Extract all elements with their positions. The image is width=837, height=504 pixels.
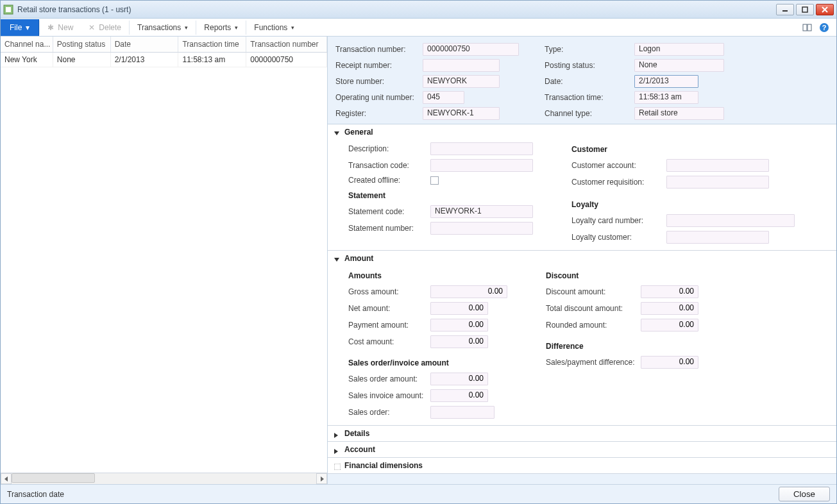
transaction-time-field[interactable]: 11:58:13 am <box>634 91 698 104</box>
section-header-amount[interactable]: Amount <box>328 251 836 266</box>
detail-header: Transaction number:0000000750 Receipt nu… <box>328 37 836 124</box>
col-header-channel[interactable]: Channel na... <box>1 37 53 52</box>
customer-account-field[interactable] <box>666 159 769 172</box>
store-number-field[interactable]: NEWYORK <box>423 75 500 88</box>
amounts-heading: Amounts <box>348 271 507 280</box>
total-discount-field[interactable]: 0.00 <box>641 302 698 315</box>
section-header-general[interactable]: General <box>328 124 836 140</box>
gross-field[interactable]: 0.00 <box>430 285 507 298</box>
reports-menu[interactable]: Reports▾ <box>196 19 246 36</box>
svg-marker-11 <box>321 476 324 482</box>
reports-label: Reports <box>204 23 231 32</box>
cost-field[interactable]: 0.00 <box>430 335 488 348</box>
customer-requisition-label: Customer requisition: <box>571 178 661 187</box>
sales-order-amount-label: Sales order amount: <box>348 374 425 383</box>
horizontal-scrollbar[interactable] <box>1 473 327 484</box>
close-window-button[interactable] <box>816 4 834 15</box>
grid-pane: Channel na... Posting status Date Transa… <box>1 37 328 484</box>
svg-text:?: ? <box>822 24 827 31</box>
statement-code-field[interactable]: NEWYORK-1 <box>430 205 533 218</box>
scroll-right-button[interactable] <box>316 473 327 484</box>
scroll-left-button[interactable] <box>1 473 12 484</box>
net-field[interactable]: 0.00 <box>430 302 488 315</box>
app-window: Retail store transactions (1 - usrt) Fil… <box>0 0 837 504</box>
transaction-number-field[interactable]: 0000000750 <box>423 43 519 56</box>
rounded-amount-label: Rounded amount: <box>546 321 636 330</box>
functions-menu[interactable]: Functions▾ <box>246 19 302 36</box>
svg-rect-7 <box>807 24 811 31</box>
posting-status-label: Posting status: <box>545 61 629 70</box>
sales-order-amount-field[interactable]: 0.00 <box>430 373 488 385</box>
date-label: Date: <box>545 77 629 86</box>
difference-heading: Difference <box>546 342 698 351</box>
minimize-button[interactable] <box>776 4 794 15</box>
section-header-account[interactable]: Account <box>328 442 836 457</box>
transaction-code-field[interactable] <box>430 159 533 172</box>
scroll-track[interactable] <box>12 473 316 484</box>
sales-payment-diff-field[interactable]: 0.00 <box>641 356 698 369</box>
delete-button[interactable]: ✕ Delete <box>81 19 129 36</box>
detail-pane: Transaction number:0000000750 Receipt nu… <box>328 37 836 484</box>
functions-label: Functions <box>254 23 287 32</box>
customer-requisition-field[interactable] <box>666 176 769 189</box>
section-title: Financial dimensions <box>344 461 423 470</box>
section-title: Amount <box>344 254 373 263</box>
delete-icon: ✕ <box>89 23 95 32</box>
toolbar: File ▾ ✱ New ✕ Delete Transactions▾ Repo… <box>1 19 836 37</box>
payment-field[interactable]: 0.00 <box>430 319 488 332</box>
col-header-posting[interactable]: Posting status <box>53 37 111 52</box>
date-field[interactable]: 2/1/2013 <box>634 75 698 88</box>
transactions-label: Transactions <box>137 23 181 32</box>
section-title: General <box>344 128 373 137</box>
loyalty-customer-field[interactable] <box>666 231 769 244</box>
col-header-date[interactable]: Date <box>111 37 179 52</box>
transaction-number-label: Transaction number: <box>335 45 418 54</box>
status-bar: Transaction date Close <box>1 484 836 503</box>
chevron-down-icon: ▾ <box>26 23 30 32</box>
table-row[interactable]: New York None 2/1/2013 11:58:13 am 00000… <box>1 53 327 67</box>
section-header-details[interactable]: Details <box>328 426 836 441</box>
sales-payment-diff-label: Sales/payment difference: <box>546 358 636 367</box>
section-header-financial[interactable]: Financial dimensions <box>328 458 836 473</box>
expand-icon <box>334 463 339 468</box>
posting-status-field[interactable]: None <box>634 59 724 72</box>
new-icon: ✱ <box>47 23 54 32</box>
expand-icon <box>334 447 339 452</box>
close-button[interactable]: Close <box>779 487 830 501</box>
total-discount-label: Total discount amount: <box>546 304 636 313</box>
operating-unit-field[interactable]: 045 <box>423 91 464 104</box>
expand-icon <box>334 431 339 436</box>
rounded-amount-field[interactable]: 0.00 <box>641 319 698 332</box>
created-offline-checkbox[interactable] <box>430 176 439 185</box>
amount-left: Amounts Gross amount:0.00 Net amount:0.0… <box>348 269 507 419</box>
statement-code-label: Statement code: <box>348 207 425 216</box>
customer-heading: Customer <box>571 145 795 154</box>
scroll-thumb[interactable] <box>12 473 95 483</box>
col-header-number[interactable]: Transaction number <box>246 37 327 52</box>
svg-rect-16 <box>334 464 341 470</box>
col-header-time[interactable]: Transaction time <box>178 37 246 52</box>
amount-right: Discount Discount amount:0.00 Total disc… <box>546 269 698 419</box>
type-field[interactable]: Logon <box>634 43 724 56</box>
register-field[interactable]: NEWYORK-1 <box>423 107 500 120</box>
discount-amount-field[interactable]: 0.00 <box>641 285 698 298</box>
discount-heading: Discount <box>546 271 698 280</box>
sales-invoice-amount-field[interactable]: 0.00 <box>430 389 488 402</box>
svg-rect-6 <box>803 24 807 31</box>
section-general: General Description: Transaction code: C… <box>328 124 836 251</box>
section-financial-dimensions: Financial dimensions <box>328 458 836 474</box>
view-icon[interactable] <box>802 22 813 33</box>
loyalty-card-field[interactable] <box>666 214 795 227</box>
receipt-number-field[interactable] <box>423 59 500 72</box>
new-button[interactable]: ✱ New <box>40 19 81 36</box>
file-menu[interactable]: File ▾ <box>1 19 39 36</box>
help-icon[interactable]: ? <box>818 22 830 33</box>
svg-marker-14 <box>334 433 338 438</box>
maximize-button[interactable] <box>796 4 814 15</box>
loyalty-heading: Loyalty <box>571 200 795 209</box>
description-field[interactable] <box>430 142 533 155</box>
transactions-menu[interactable]: Transactions▾ <box>130 19 196 36</box>
statement-number-field[interactable] <box>430 222 533 235</box>
sales-order-field[interactable] <box>430 406 495 419</box>
channel-type-field[interactable]: Retail store <box>634 107 724 120</box>
